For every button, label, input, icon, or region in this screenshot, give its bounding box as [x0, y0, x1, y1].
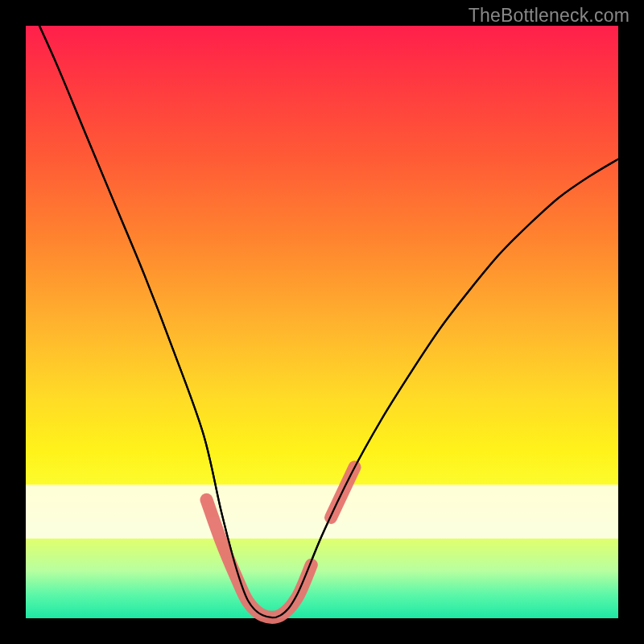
watermark-text: TheBottleneck.com	[469, 5, 630, 27]
plot-area	[26, 26, 618, 618]
bottleneck-curve	[26, 26, 618, 618]
chart-frame: TheBottleneck.com	[0, 0, 644, 644]
curve-line	[26, 0, 618, 617]
curve-line-overlay	[26, 0, 618, 617]
